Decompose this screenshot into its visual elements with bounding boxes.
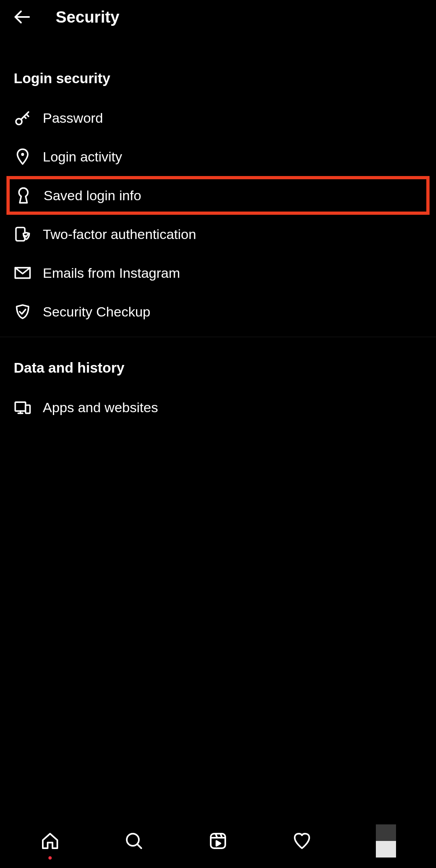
location-pin-icon (14, 148, 31, 166)
notification-dot (48, 856, 52, 860)
menu-item-saved-login-info[interactable]: Saved login info (6, 176, 430, 215)
svg-marker-18 (216, 841, 220, 846)
app-header: Security (0, 0, 436, 34)
menu-item-emails[interactable]: Emails from Instagram (14, 254, 422, 292)
svg-line-3 (26, 114, 29, 117)
section-login-security: Login security Password Login activity (0, 34, 436, 331)
key-icon (14, 109, 31, 127)
device-shield-icon (14, 225, 31, 243)
reels-icon (208, 831, 228, 851)
menu-label: Login activity (43, 149, 122, 165)
menu-item-apps-websites[interactable]: Apps and websites (14, 388, 422, 427)
keyhole-icon (15, 187, 32, 204)
nav-reels[interactable] (205, 828, 231, 854)
svg-rect-14 (211, 834, 225, 848)
section-data-history: Data and history Apps and websites (0, 337, 436, 427)
svg-line-4 (24, 116, 26, 118)
menu-label: Security Checkup (43, 304, 150, 320)
nav-home[interactable] (37, 828, 63, 854)
menu-item-two-factor[interactable]: Two-factor authentication (14, 215, 422, 254)
menu-label: Apps and websites (43, 400, 158, 415)
arrow-left-icon (12, 7, 31, 27)
heart-icon (292, 831, 312, 851)
menu-label: Two-factor authentication (43, 226, 196, 242)
menu-item-password[interactable]: Password (14, 99, 422, 137)
nav-activity[interactable] (289, 828, 315, 854)
bottom-navigation (0, 814, 436, 868)
menu-item-login-activity[interactable]: Login activity (14, 137, 422, 176)
section-header-login-security: Login security (14, 34, 422, 99)
shield-check-icon (14, 303, 31, 321)
nav-profile[interactable] (373, 828, 399, 854)
menu-label: Emails from Instagram (43, 265, 180, 281)
svg-point-5 (22, 154, 23, 155)
svg-rect-11 (25, 405, 30, 413)
search-icon (124, 831, 144, 851)
page-title: Security (56, 8, 119, 26)
devices-icon (14, 398, 31, 416)
mail-icon (14, 264, 31, 282)
svg-rect-8 (15, 402, 26, 411)
home-icon (40, 831, 60, 851)
svg-line-13 (137, 844, 141, 848)
section-header-data-history: Data and history (14, 337, 422, 388)
menu-item-security-checkup[interactable]: Security Checkup (14, 292, 422, 331)
back-button[interactable] (12, 7, 31, 27)
nav-search[interactable] (121, 828, 147, 854)
menu-label: Password (43, 110, 103, 126)
profile-icon (376, 824, 396, 858)
menu-label: Saved login info (44, 188, 141, 203)
